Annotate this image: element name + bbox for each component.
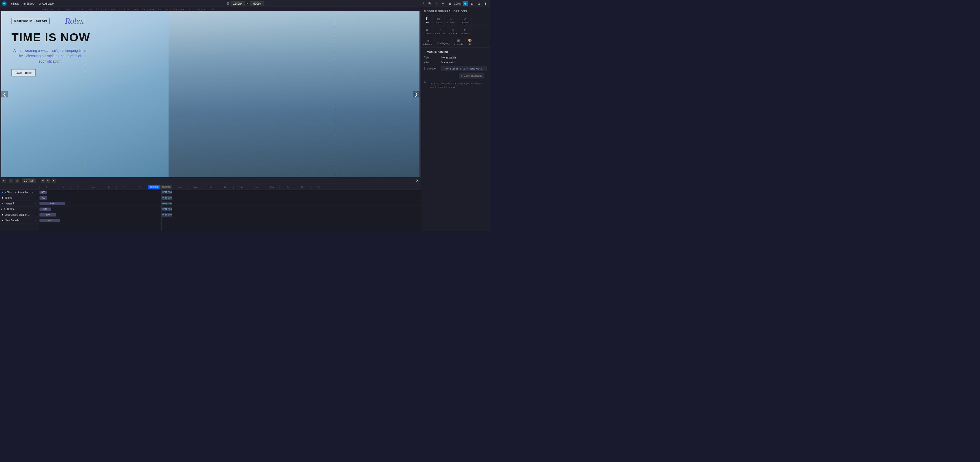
pointer-button[interactable]: ↖ <box>434 1 439 6</box>
toolbar-center: 🖥 ✕ <box>226 1 264 6</box>
add-layer-label: Add Layer <box>42 2 55 5</box>
tab-content[interactable]: ≡ Content <box>445 15 458 26</box>
timeline-list-btn[interactable]: ≡ <box>9 178 13 183</box>
settings-button[interactable]: ⚙ <box>463 1 468 6</box>
track-bar-0-300[interactable]: 300 <box>40 191 47 194</box>
ruler-mark: 1100 <box>155 8 163 11</box>
tab-css-jquery[interactable]: <> CSS/jQuery <box>435 37 452 48</box>
desktop-preview-button[interactable]: 🖥 <box>447 1 453 6</box>
layer-text2-icon: T <box>1 213 4 216</box>
timeline-tracks[interactable]: 1s 2s 3s 4s 5s 6s 7s 00:08:33 00:09:00 <box>38 184 421 231</box>
height-input[interactable] <box>250 1 264 6</box>
layer-arrow-icon[interactable]: →| <box>34 191 37 194</box>
timeline-close-btn[interactable]: ✕ <box>416 178 419 183</box>
editor-tab[interactable]: EDITOR <box>22 178 36 183</box>
layer-item-new-arrivals[interactable]: T New Arrivals →| <box>0 218 38 223</box>
layer-item-button[interactable]: ⊙ Button →| <box>0 207 38 212</box>
wait-bar-2[interactable]: WAIT 300 <box>162 202 172 205</box>
layer-arrow-image7[interactable]: →| <box>34 202 37 205</box>
tab-advanced[interactable]: ◈ Advanced <box>421 37 436 48</box>
track-bar-4-800[interactable]: 800 <box>40 213 56 217</box>
panel-tabs-row2: ⚙ General ↕ On Scroll ◎ Spinner ⊕ Addons <box>421 26 490 37</box>
tab-advanced-icon: ◈ <box>427 39 429 42</box>
add-layer-button[interactable]: ⊕ Add Layer <box>38 1 56 6</box>
time-mark-9s: 9s <box>172 186 187 189</box>
timeline-area: ⚙ ≡ ⊞ EDITOR ↺ ⚙ ▶ ✕ <box>0 177 421 231</box>
top-toolbar: W ◂ Back ⊞ Slides ⊕ Add Layer 🖥 ✕ ? 🔍 ↖ … <box>0 0 490 7</box>
layer-arrow-button[interactable]: →| <box>34 208 37 210</box>
wait-bar-0[interactable]: WAIT 300 <box>162 191 172 194</box>
cta-button[interactable]: Own it now! <box>11 69 36 76</box>
timeline-settings-btn[interactable]: ⚙ <box>2 178 6 183</box>
alias-value: home-watch <box>442 61 487 64</box>
layer-name-text0: Text-0 <box>5 196 33 199</box>
panel-tabs-row1: T Title ▤ Layout ≡ Content ↺ Defaults <box>421 15 490 26</box>
wp-logo[interactable]: W <box>2 1 7 6</box>
brand-ml-text: Maurice M Lacroix <box>14 19 47 23</box>
right-panel: MODULE GENERAL OPTIONS T Title ▤ Layout … <box>421 7 490 231</box>
ruler-mark: 1000 <box>148 8 155 11</box>
copy-btn-label: Copy Shortcode <box>464 74 482 78</box>
width-input[interactable] <box>231 1 245 6</box>
ruler-mark: -200 <box>55 8 63 11</box>
track-bar-2-1500[interactable]: 1500 <box>40 202 65 205</box>
timeline-play-btn[interactable]: ▶ <box>51 178 56 183</box>
copy-shortcode-button[interactable]: ⎘ Copy Shortcode <box>459 73 484 78</box>
layout-button[interactable]: ⊟ <box>476 1 481 6</box>
tab-as-modal[interactable]: ▣ As Modal <box>452 37 466 48</box>
prev-arrow-icon: ❮ <box>3 92 6 96</box>
ruler-mark: 1300 <box>170 8 178 11</box>
track-bar-5-1000[interactable]: 1000 <box>40 219 60 222</box>
hint-text: Place the shortcode on the page or post … <box>429 82 487 89</box>
wait-bar-4[interactable]: WAIT 300 <box>162 213 172 217</box>
tab-spinner[interactable]: ◎ Spinner <box>447 26 460 37</box>
timeline-ruler: 1s 2s 3s 4s 5s 6s 7s 00:08:33 00:09:00 <box>38 184 421 190</box>
undo-button[interactable]: ↺ <box>441 1 446 6</box>
back-button[interactable]: ◂ Back <box>9 1 20 6</box>
help-button[interactable]: ? <box>421 1 426 6</box>
title-value: Home-watch <box>442 56 487 59</box>
tab-skin[interactable]: 🎨 Skin <box>466 37 474 48</box>
tab-on-scroll[interactable]: ↕ On Scroll <box>433 26 447 37</box>
tab-title[interactable]: T Title <box>421 15 433 26</box>
layer-arrow-lost[interactable]: →| <box>34 213 37 216</box>
timeline-loop-btn[interactable]: ↺ <box>41 178 45 183</box>
layer-arrow-new[interactable]: →| <box>34 219 37 222</box>
tab-title-label: Title <box>424 21 429 24</box>
layer-name-lost-coast: Lost Coast: Shelter ... <box>5 213 33 217</box>
slider-next-button[interactable]: ❯ <box>413 91 420 97</box>
tab-css-label: CSS/jQuery <box>438 42 450 45</box>
wait-bar-3[interactable]: WAIT 300 <box>162 207 172 211</box>
brand-rolex-text: Rolex <box>65 16 84 25</box>
tab-general[interactable]: ⚙ General <box>421 26 434 37</box>
layer-arrow-text0[interactable]: →| <box>34 196 37 199</box>
grid-button[interactable]: ⊞ <box>469 1 475 6</box>
track-row-3: 500 WAIT 300 <box>38 207 421 212</box>
layer-item-text0[interactable]: T Text-0 →| <box>0 195 38 201</box>
zoom-button[interactable]: 🔍 <box>428 1 433 6</box>
more-button[interactable]: ⋮ <box>483 1 488 6</box>
layer-item-slide-bg[interactable]: ▶ Slide BG Animation ⊞ →| <box>0 190 38 195</box>
zoom-display: 100% <box>454 2 461 5</box>
layer-extra-icon[interactable]: ⊞ <box>32 191 33 194</box>
layer-item-image7[interactable]: ▲ Image 7 →| <box>0 201 38 207</box>
title-label: Title <box>424 56 439 59</box>
slider-prev-button[interactable]: ❮ <box>1 91 8 97</box>
track-bar-1-300[interactable]: 300 <box>40 196 47 199</box>
tab-defaults[interactable]: ↺ Defaults <box>458 15 472 26</box>
layer-item-lost-coast[interactable]: T Lost Coast: Shelter ... →| <box>0 212 38 218</box>
wait-bar-1[interactable]: WAIT 300 <box>162 196 172 199</box>
track-bar-3-500[interactable]: 500 <box>40 207 51 211</box>
track-row-4: 800 WAIT 300 <box>38 212 421 218</box>
tab-skin-icon: 🎨 <box>468 39 472 42</box>
tab-addons[interactable]: ⊕ Addons <box>459 26 471 37</box>
slides-button[interactable]: ⊞ Slides <box>22 1 35 6</box>
section-header[interactable]: T Module Naming <box>424 50 487 54</box>
timeline-layers-btn[interactable]: ⊞ <box>15 178 19 183</box>
timeline-settings2-btn[interactable]: ⚙ <box>46 178 50 183</box>
dimension-display <box>231 1 245 6</box>
section-collapse-icon: T <box>424 50 426 53</box>
slider-preview[interactable]: Maurice M Lacroix Rolex TIME IS NOW A ma… <box>1 11 420 177</box>
ruler-mark: -400 <box>40 8 48 11</box>
tab-layout[interactable]: ▤ Layout <box>433 15 445 26</box>
